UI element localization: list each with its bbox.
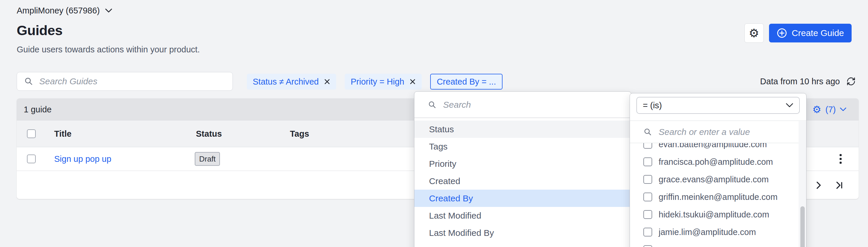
guides-search-box: [17, 72, 233, 91]
menu-item-last-modified[interactable]: Last Modified: [414, 207, 631, 224]
menu-item-priority[interactable]: Priority: [414, 155, 631, 172]
menu-item-created[interactable]: Created: [414, 172, 631, 190]
guide-title-link[interactable]: Sign up pop up: [54, 154, 111, 164]
filter-chip-priority-label: Priority = High: [350, 77, 404, 86]
scrollbar-thumb[interactable]: [800, 206, 805, 247]
property-search-input[interactable]: [442, 100, 631, 110]
select-all-checkbox[interactable]: [27, 129, 36, 138]
remove-priority-filter-button[interactable]: [409, 78, 416, 85]
chevron-last-icon: [835, 181, 843, 189]
workspace-name: AmpliMoney (657986): [17, 6, 100, 15]
page-title: Guides: [17, 22, 62, 38]
option-checkbox[interactable]: [643, 228, 652, 237]
column-header-title[interactable]: Title: [54, 129, 71, 139]
value-option[interactable]: evan.batten@amplitude.com: [630, 143, 806, 153]
option-checkbox[interactable]: [643, 157, 652, 166]
column-header-status[interactable]: Status: [196, 129, 222, 139]
filter-chip-created-by[interactable]: Created By = ...: [430, 74, 502, 90]
value-option-partial[interactable]: [630, 241, 806, 247]
data-freshness: Data from 10 hrs ago: [760, 73, 856, 90]
filter-chip-status[interactable]: Status ≠ Archived: [247, 74, 336, 90]
chevron-right-icon: [815, 181, 822, 189]
search-icon: [643, 128, 652, 136]
next-page-button[interactable]: [815, 181, 822, 189]
gear-icon: ⚙: [749, 27, 760, 39]
refresh-icon: [846, 77, 856, 86]
value-option[interactable]: griffin.meinken@amplitude.com: [630, 188, 806, 206]
filter-chips: Status ≠ Archived Priority = High Create…: [247, 74, 502, 90]
value-search-input[interactable]: [658, 127, 806, 137]
last-page-button[interactable]: [835, 181, 843, 189]
menu-item-last-modified-by[interactable]: Last Modified By: [414, 224, 631, 241]
operator-select-wrap: = (is): [630, 93, 806, 121]
gear-icon: ⚙: [812, 104, 821, 114]
filter-chip-status-label: Status ≠ Archived: [253, 77, 319, 86]
option-checkbox[interactable]: [643, 192, 652, 201]
settings-button[interactable]: ⚙: [744, 24, 764, 43]
filter-property-dropdown: Status Tags Priority Created Created By …: [414, 91, 631, 247]
chevron-down-icon: [105, 8, 112, 13]
property-menu: Status Tags Priority Created Created By …: [414, 118, 631, 241]
option-checkbox[interactable]: [643, 210, 652, 219]
option-checkbox[interactable]: [643, 143, 652, 149]
header-actions: ⚙ Create Guide: [744, 24, 851, 43]
remove-status-filter-button[interactable]: [324, 78, 330, 85]
value-option[interactable]: jamie.lim@amplitude.com: [630, 223, 806, 241]
search-icon: [24, 77, 33, 86]
page-subtitle: Guide users towards actions within your …: [17, 45, 200, 55]
search-guides-input[interactable]: [39, 76, 232, 86]
operator-select[interactable]: = (is): [637, 97, 800, 114]
menu-item-tags[interactable]: Tags: [414, 138, 631, 155]
filter-chip-created-by-label: Created By = ...: [437, 77, 496, 86]
filter-chip-priority[interactable]: Priority = High: [345, 74, 422, 90]
row-actions-menu-button[interactable]: [840, 154, 842, 164]
row-checkbox[interactable]: [27, 154, 36, 163]
filter-value-dropdown: = (is) evan.batten@amplitude.com francis…: [630, 93, 806, 247]
status-badge: Draft: [195, 152, 220, 166]
operator-value: = (is): [643, 101, 662, 110]
menu-item-created-by[interactable]: Created By: [414, 190, 631, 207]
data-freshness-label: Data from 10 hrs ago: [760, 77, 840, 86]
plus-circle-icon: [777, 28, 787, 38]
property-search-box: [414, 92, 631, 118]
menu-item-status[interactable]: Status: [414, 120, 631, 138]
value-options-list: evan.batten@amplitude.com francisca.poh@…: [630, 143, 806, 247]
search-icon: [428, 100, 437, 109]
refresh-button[interactable]: [846, 77, 856, 86]
chevron-down-icon: [840, 107, 846, 111]
option-checkbox[interactable]: [643, 245, 652, 247]
chevron-down-icon: [786, 103, 793, 108]
close-icon: [409, 78, 416, 85]
value-option[interactable]: hideki.tsukui@amplitude.com: [630, 206, 806, 223]
close-icon: [324, 78, 330, 85]
option-checkbox[interactable]: [643, 175, 652, 184]
guide-count: 1 guide: [24, 105, 52, 114]
value-search-box: [630, 121, 806, 143]
value-option[interactable]: francisca.poh@amplitude.com: [630, 153, 806, 171]
value-option[interactable]: grace.evans@amplitude.com: [630, 171, 806, 188]
columns-count: (7): [826, 105, 836, 114]
create-guide-label: Create Guide: [792, 28, 844, 38]
column-header-tags[interactable]: Tags: [290, 129, 309, 139]
columns-control[interactable]: ⚙ (7): [812, 104, 846, 114]
create-guide-button[interactable]: Create Guide: [769, 24, 851, 42]
workspace-switcher[interactable]: AmpliMoney (657986): [17, 6, 112, 15]
